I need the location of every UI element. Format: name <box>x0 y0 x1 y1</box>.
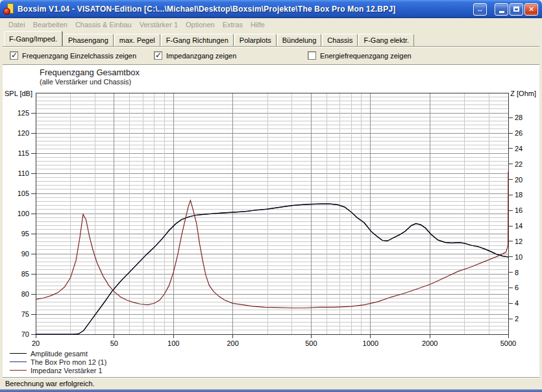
menu-item-optionen[interactable]: Optionen <box>182 19 219 30</box>
menu-bar: DateiBearbeitenChassis & EinbauVerstärke… <box>3 18 539 31</box>
legend-item-the-box-pro-mon-12-1: The Box Pro mon 12 (1) <box>10 358 106 366</box>
resize-horizontal-icon[interactable]: ↔ <box>473 3 487 16</box>
checkbox-impedanzgang-zeigen[interactable]: ✓Impedanzgang zeigen <box>154 51 236 60</box>
menu-item-bearbeiten[interactable]: Bearbeiten <box>29 19 71 30</box>
series-amplitude-gesamt <box>36 204 508 334</box>
frequency-response-chart: 7075808590951001051101151201252468101214… <box>3 65 539 377</box>
boxsim-window: Boxsim V1.04 - VISATON-Edition [C:\...\M… <box>0 0 542 392</box>
maximize-icon[interactable] <box>510 3 523 16</box>
y-left-tick-label: 70 <box>21 330 29 338</box>
close-icon[interactable]: ✕ <box>524 3 538 16</box>
checkbox-label: Frequenzgang Einzelchassis zeigen <box>22 52 136 60</box>
x-tick-label: 2000 <box>422 339 437 347</box>
tab-f-gang-elektr[interactable]: F-Gang elektr. <box>358 34 414 46</box>
legend-item-amplitude-gesamt: Amplitude gesamt <box>10 349 106 358</box>
tab-max-pegel[interactable]: max. Pegel <box>114 34 160 46</box>
y-left-tick-label: 85 <box>21 270 29 278</box>
checked-checkbox-icon[interactable]: ✓ <box>10 51 18 60</box>
y-right-tick-label: 8 <box>515 269 519 276</box>
x-tick-label: 500 <box>305 339 317 347</box>
title-bar[interactable]: Boxsim V1.04 - VISATON-Edition [C:\...\M… <box>0 0 542 18</box>
menu-item-chassis-einbau[interactable]: Chassis & Einbau <box>71 19 136 30</box>
x-tick-label: 100 <box>167 339 179 347</box>
unchecked-checkbox-icon[interactable] <box>308 51 316 60</box>
legend-label: Impedanz Verstärker 1 <box>31 367 103 374</box>
x-tick-label: 5000 <box>500 339 516 347</box>
chart-legend: Amplitude gesamtThe Box Pro mon 12 (1)Im… <box>10 349 106 374</box>
x-tick-label: 20 <box>32 339 40 347</box>
y-left-tick-label: 120 <box>18 129 29 137</box>
y-right-tick-label: 28 <box>515 114 523 121</box>
tab-chassis[interactable]: Chassis <box>322 34 358 46</box>
y-left-tick-label: 95 <box>21 230 29 238</box>
window-controls: ↔✕ <box>472 3 538 16</box>
chart-subtitle: (alle Verstärker und Chassis) <box>40 78 131 86</box>
y-left-tick-label: 110 <box>18 169 29 177</box>
tab-phasengang[interactable]: Phasengang <box>63 34 114 46</box>
y-right-tick-label: 22 <box>515 160 523 168</box>
tab-f-gang-richtungen[interactable]: F-Gang Richtungen <box>161 34 234 46</box>
y-left-tick-label: 80 <box>21 290 29 298</box>
display-options-panel: ✓Frequenzgang Einzelchassis zeigen✓Imped… <box>3 46 539 65</box>
y-left-tick-label: 100 <box>18 210 29 217</box>
y-right-tick-label: 10 <box>515 253 523 261</box>
boxsim-app-icon <box>3 3 15 15</box>
window-title: Boxsim V1.04 - VISATON-Edition [C:\...\M… <box>18 5 472 14</box>
menu-item-verstärker-1[interactable]: Verstärker 1 <box>136 19 182 30</box>
tab-bar: F-Gang/Imped.Phasengangmax. PegelF-Gang … <box>3 31 539 46</box>
status-bar: Berechnung war erfolgreich. <box>3 377 539 389</box>
x-tick-label: 200 <box>227 339 238 347</box>
tab-bündelung[interactable]: Bündelung <box>277 34 322 46</box>
checkbox-label: Impedanzgang zeigen <box>166 52 236 60</box>
checkbox-label: Energiefrequenzgang zeigen <box>320 52 412 60</box>
checked-checkbox-icon[interactable]: ✓ <box>154 51 162 60</box>
legend-line-swatch <box>10 353 27 354</box>
legend-line-swatch <box>10 361 27 362</box>
tab-polarplots[interactable]: Polarplots <box>234 34 277 46</box>
window-border-bottom[interactable] <box>0 389 542 392</box>
legend-item-impedanz-verstärker-1: Impedanz Verstärker 1 <box>10 366 106 374</box>
plot-canvas: 7075808590951001051101151201252468101214… <box>3 65 539 377</box>
y-right-tick-label: 12 <box>515 238 523 245</box>
tab-f-gang-imped[interactable]: F-Gang/Imped. <box>4 31 62 46</box>
y-left-tick-label: 125 <box>18 109 29 117</box>
y-right-tick-label: 16 <box>515 206 523 214</box>
checkbox-frequenzgang-einzelchassis-zeigen[interactable]: ✓Frequenzgang Einzelchassis zeigen <box>10 51 136 60</box>
y-right-tick-label: 26 <box>515 129 523 137</box>
status-text: Berechnung war erfolgreich. <box>5 380 95 387</box>
x-tick-label: 50 <box>110 339 118 347</box>
y-axis-right-label: Z [Ohm] <box>510 90 536 97</box>
menu-item-extras[interactable]: Extras <box>219 19 247 30</box>
legend-line-swatch <box>10 370 27 371</box>
menu-item-datei[interactable]: Datei <box>5 19 29 30</box>
y-axis-left-label: SPL [dB] <box>5 90 32 97</box>
x-tick-label: 1000 <box>363 339 378 347</box>
y-right-tick-label: 14 <box>515 222 523 230</box>
y-right-tick-label: 2 <box>515 315 519 323</box>
checkbox-energiefrequenzgang-zeigen[interactable]: Energiefrequenzgang zeigen <box>308 51 412 60</box>
menu-item-hilfe[interactable]: Hilfe <box>247 19 269 30</box>
y-left-tick-label: 105 <box>18 190 29 197</box>
series-the-box-pro-mon-12-1 <box>36 204 508 334</box>
y-right-tick-label: 24 <box>515 145 523 153</box>
y-right-tick-label: 18 <box>515 191 523 199</box>
legend-label: The Box Pro mon 12 (1) <box>31 358 106 366</box>
y-left-tick-label: 75 <box>21 310 29 318</box>
y-left-tick-label: 90 <box>21 250 29 258</box>
y-right-tick-label: 20 <box>515 176 523 184</box>
minimize-icon[interactable] <box>495 3 508 16</box>
y-right-tick-label: 4 <box>515 299 519 307</box>
y-right-tick-label: 6 <box>515 284 519 291</box>
chart-title: Frequenzgang Gesamtbox <box>40 67 140 77</box>
legend-label: Amplitude gesamt <box>31 350 88 358</box>
y-left-tick-label: 115 <box>18 149 29 157</box>
